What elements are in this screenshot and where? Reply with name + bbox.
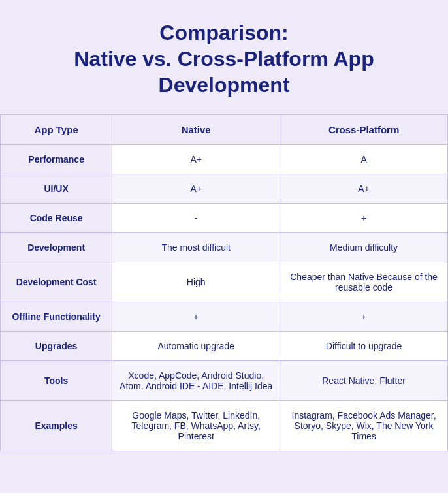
table-row: UpgradesAutomatic upgradeDifficult to up…	[1, 332, 448, 361]
row-cross: React Native, Flutter	[280, 361, 448, 401]
row-label: Upgrades	[1, 332, 112, 361]
row-native: High	[112, 262, 280, 302]
row-label: Examples	[1, 401, 112, 451]
row-native: A+	[112, 145, 280, 174]
row-cross: +	[280, 302, 448, 332]
row-cross: Difficult to upgrade	[280, 332, 448, 361]
page-container: Comparison: Native vs. Cross-Platform Ap…	[0, 0, 448, 451]
table-row: Development CostHighCheaper than Native …	[1, 262, 448, 302]
row-label: UI/UX	[1, 174, 112, 204]
row-label: Performance	[1, 145, 112, 174]
row-cross: A	[280, 145, 448, 174]
row-cross: Instagram, Facebook Ads Manager, Storyo,…	[280, 401, 448, 451]
title-line2: Native vs. Cross-Platform App	[74, 47, 374, 71]
table-row: UI/UXA+A+	[1, 174, 448, 204]
row-cross: Medium difficulty	[280, 233, 448, 262]
row-cross: +	[280, 204, 448, 233]
row-native: +	[112, 302, 280, 332]
row-label: Code Reuse	[1, 204, 112, 233]
row-native: The most difficult	[112, 233, 280, 262]
row-cross: A+	[280, 174, 448, 204]
row-native: A+	[112, 174, 280, 204]
header-section: Comparison: Native vs. Cross-Platform Ap…	[0, 0, 448, 114]
table-row: PerformanceA+A	[1, 145, 448, 174]
table-row: Offline Functionality++	[1, 302, 448, 332]
row-label: Offline Functionality	[1, 302, 112, 332]
comparison-table: App Type Native Cross-Platform Performan…	[0, 114, 448, 451]
row-label: Development Cost	[1, 262, 112, 302]
row-cross: Cheaper than Native Because of the reusa…	[280, 262, 448, 302]
row-native: Xcode, AppCode, Android Studio, Atom, An…	[112, 361, 280, 401]
table-row: ToolsXcode, AppCode, Android Studio, Ato…	[1, 361, 448, 401]
title-line3: Development	[159, 73, 290, 97]
row-native: Automatic upgrade	[112, 332, 280, 361]
col-header-native: Native	[112, 115, 280, 145]
title-line1: Comparison:	[159, 21, 288, 44]
row-native: -	[112, 204, 280, 233]
col-header-label: App Type	[1, 115, 112, 145]
table-row: ExamplesGoogle Maps, Twitter, LinkedIn, …	[1, 401, 448, 451]
table-row: DevelopmentThe most difficultMedium diff…	[1, 233, 448, 262]
row-label: Tools	[1, 361, 112, 401]
row-native: Google Maps, Twitter, LinkedIn, Telegram…	[112, 401, 280, 451]
table-row: Code Reuse-+	[1, 204, 448, 233]
main-title: Comparison: Native vs. Cross-Platform Ap…	[26, 20, 422, 98]
table-header-row: App Type Native Cross-Platform	[1, 115, 448, 145]
col-header-cross: Cross-Platform	[280, 115, 448, 145]
row-label: Development	[1, 233, 112, 262]
